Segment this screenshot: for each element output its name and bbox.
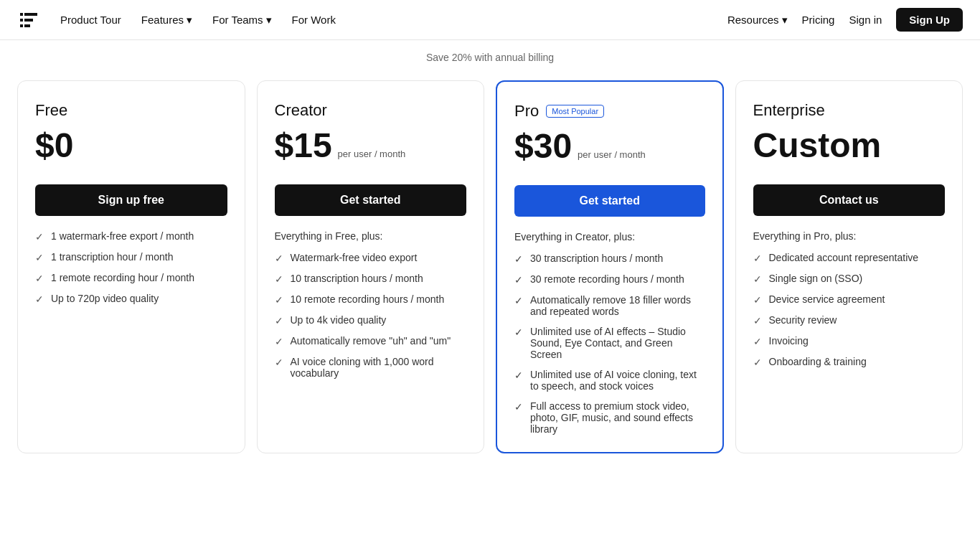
- feature-text-free-1: 1 transcription hour / month: [51, 251, 173, 263]
- check-icon: ✓: [514, 295, 523, 306]
- plan-name-enterprise: Enterprise: [753, 101, 825, 120]
- feature-text-creator-0: Watermark-free video export: [291, 252, 418, 263]
- plan-price-sub-creator: per user / month: [338, 149, 406, 159]
- plan-card-enterprise: EnterpriseCustomContact usEverything in …: [735, 80, 963, 453]
- plan-price-row-pro: $30per user / month: [514, 129, 705, 164]
- plan-header-creator: Creator$15per user / month: [275, 101, 467, 176]
- nav-for-teams[interactable]: For Teams ▾: [212, 14, 272, 27]
- list-item: ✓Invoicing: [753, 335, 946, 347]
- check-icon: ✓: [514, 253, 523, 265]
- nav-right: Resources ▾ Pricing Sign in Sign Up: [727, 8, 963, 32]
- list-item: ✓Dedicated account representative: [753, 252, 946, 264]
- plan-price-enterprise: Custom: [753, 128, 882, 163]
- check-icon: ✓: [514, 326, 523, 338]
- plan-subheading-pro: Everything in Creator, plus:: [514, 231, 705, 242]
- list-item: ✓1 watermark-free export / month: [35, 230, 227, 242]
- check-icon: ✓: [753, 273, 762, 285]
- nav-for-work[interactable]: For Work: [292, 14, 336, 26]
- feature-text-creator-5: AI voice cloning with 1,000 word vocabul…: [291, 356, 467, 379]
- feature-text-enterprise-1: Single sign on (SSO): [769, 273, 863, 284]
- nav-features[interactable]: Features ▾: [141, 14, 192, 27]
- plan-name-pro: Pro: [514, 102, 539, 121]
- feature-text-pro-4: Unlimited use of AI voice cloning, text …: [530, 369, 705, 392]
- plan-cta-enterprise[interactable]: Contact us: [753, 184, 946, 216]
- feature-list-free: ✓1 watermark-free export / month✓1 trans…: [35, 230, 227, 305]
- check-icon: ✓: [275, 357, 283, 368]
- feature-text-creator-3: Up to 4k video quality: [291, 314, 387, 326]
- list-item: ✓10 remote recording hours / month: [275, 293, 467, 306]
- list-item: ✓Security review: [753, 314, 946, 326]
- plan-card-pro: ProMost Popular$30per user / monthGet st…: [496, 80, 724, 453]
- plan-price-row-creator: $15per user / month: [275, 128, 467, 163]
- plan-price-pro: $30: [514, 129, 572, 164]
- list-item: ✓Single sign on (SSO): [753, 273, 946, 285]
- plan-price-row-free: $0: [35, 128, 227, 163]
- list-item: ✓30 transcription hours / month: [514, 253, 705, 265]
- svg-rect-1: [24, 13, 37, 16]
- pricing-grid: Free$0Sign up free✓1 watermark-free expo…: [17, 80, 963, 453]
- list-item: ✓Unlimited use of AI voice cloning, text…: [514, 369, 705, 392]
- plan-cta-creator[interactable]: Get started: [275, 184, 467, 216]
- svg-rect-3: [24, 19, 33, 22]
- feature-text-creator-2: 10 remote recording hours / month: [291, 293, 445, 305]
- list-item: ✓Automatically remove 18 filler words an…: [514, 294, 705, 317]
- feature-text-creator-4: Automatically remove "uh" and "um": [291, 335, 451, 347]
- list-item: ✓1 transcription hour / month: [35, 251, 227, 263]
- svg-rect-5: [24, 24, 30, 27]
- nav-left: Product Tour Features ▾ For Teams ▾ For …: [17, 9, 336, 32]
- feature-list-pro: ✓30 transcription hours / month✓30 remot…: [514, 253, 705, 435]
- list-item: ✓10 transcription hours / month: [275, 273, 467, 285]
- svg-rect-4: [20, 24, 23, 27]
- plan-name-row-enterprise: Enterprise: [753, 101, 946, 120]
- check-icon: ✓: [35, 293, 44, 305]
- check-icon: ✓: [275, 253, 283, 264]
- check-icon: ✓: [753, 294, 762, 306]
- list-item: ✓Onboarding & training: [753, 356, 946, 368]
- plan-cta-pro[interactable]: Get started: [514, 185, 705, 217]
- for-teams-chevron-icon: ▾: [266, 14, 272, 27]
- list-item: ✓30 remote recording hours / month: [514, 273, 705, 286]
- plan-price-free: $0: [35, 128, 73, 163]
- nav-resources[interactable]: Resources ▾: [727, 14, 788, 27]
- main-content: Save 20% with annual billing Free$0Sign …: [0, 40, 980, 482]
- feature-text-enterprise-5: Onboarding & training: [769, 356, 867, 367]
- feature-text-pro-1: 30 remote recording hours / month: [530, 273, 684, 285]
- plan-header-enterprise: EnterpriseCustom: [753, 101, 946, 176]
- plan-card-free: Free$0Sign up free✓1 watermark-free expo…: [17, 80, 245, 453]
- plan-cta-free[interactable]: Sign up free: [35, 184, 227, 216]
- navbar: Product Tour Features ▾ For Teams ▾ For …: [0, 0, 980, 40]
- feature-text-free-3: Up to 720p video quality: [51, 293, 159, 304]
- feature-text-creator-1: 10 transcription hours / month: [291, 273, 423, 284]
- feature-list-creator: ✓Watermark-free video export✓10 transcri…: [275, 252, 467, 379]
- feature-text-pro-0: 30 transcription hours / month: [530, 253, 663, 264]
- nav-signin-link[interactable]: Sign in: [849, 14, 882, 26]
- plan-header-pro: ProMost Popular$30per user / month: [514, 102, 705, 176]
- check-icon: ✓: [514, 274, 523, 286]
- plan-price-row-enterprise: Custom: [753, 128, 946, 163]
- list-item: ✓AI voice cloning with 1,000 word vocabu…: [275, 356, 467, 379]
- plan-name-free: Free: [35, 101, 67, 120]
- billing-note: Save 20% with annual billing: [17, 52, 963, 63]
- check-icon: ✓: [753, 315, 762, 326]
- nav-pricing[interactable]: Pricing: [802, 14, 835, 26]
- plan-header-free: Free$0: [35, 101, 227, 176]
- logo[interactable]: [17, 9, 40, 32]
- list-item: ✓Up to 4k video quality: [275, 314, 467, 326]
- feature-text-free-2: 1 remote recording hour / month: [51, 272, 194, 283]
- list-item: ✓1 remote recording hour / month: [35, 272, 227, 284]
- feature-list-enterprise: ✓Dedicated account representative✓Single…: [753, 252, 946, 368]
- check-icon: ✓: [275, 315, 283, 326]
- check-icon: ✓: [753, 253, 762, 264]
- features-chevron-icon: ▾: [187, 14, 192, 27]
- svg-rect-2: [20, 19, 23, 22]
- resources-chevron-icon: ▾: [782, 14, 788, 27]
- list-item: ✓Watermark-free video export: [275, 252, 467, 264]
- check-icon: ✓: [35, 273, 44, 284]
- check-icon: ✓: [275, 336, 283, 347]
- nav-product-tour[interactable]: Product Tour: [60, 14, 121, 26]
- list-item: ✓Full access to premium stock video, pho…: [514, 400, 705, 435]
- nav-signup-button[interactable]: Sign Up: [896, 8, 963, 32]
- check-icon: ✓: [753, 336, 762, 347]
- feature-text-enterprise-0: Dedicated account representative: [769, 252, 919, 263]
- check-icon: ✓: [514, 369, 523, 381]
